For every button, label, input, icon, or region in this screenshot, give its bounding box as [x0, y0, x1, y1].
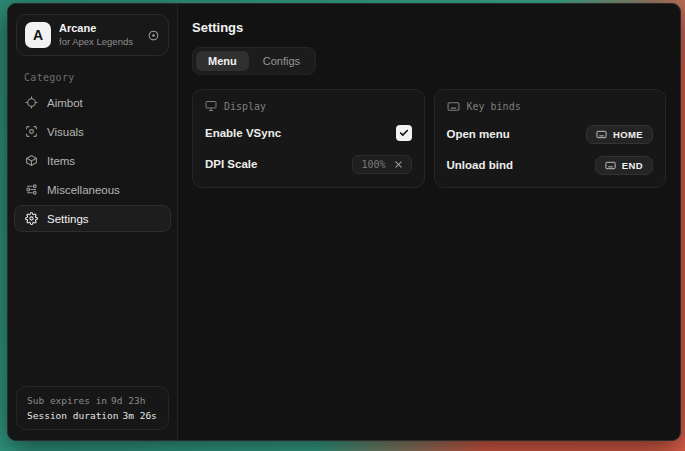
- display-card: Display Enable VSync DPI Scale 100%: [192, 89, 425, 188]
- sidebar-item-items[interactable]: Items: [14, 147, 171, 174]
- sub-expiry-label: Sub expires in: [27, 395, 107, 406]
- cube-icon: [25, 154, 38, 167]
- dpi-scale-value: 100%: [361, 159, 385, 170]
- session-info-card: Sub expires in9d 23h Session duration3m …: [16, 386, 169, 430]
- settings-cards: Display Enable VSync DPI Scale 100%: [192, 89, 666, 188]
- open-menu-key: HOME: [613, 129, 643, 140]
- keyboard-icon: [605, 160, 616, 171]
- keybinds-card-header: Key binds: [447, 100, 654, 113]
- tab-bar: Menu Configs: [192, 47, 316, 75]
- brand-card: A Arcane for Apex Legends: [16, 14, 169, 56]
- keyboard-icon: [596, 129, 607, 140]
- sidebar-item-label: Miscellaneous: [47, 184, 120, 196]
- open-menu-label: Open menu: [447, 128, 510, 140]
- check-icon: [399, 128, 409, 138]
- dpi-label: DPI Scale: [205, 158, 257, 170]
- open-menu-row: Open menu HOME: [447, 124, 654, 144]
- sidebar-item-visuals[interactable]: Visuals: [14, 118, 171, 145]
- unload-keybind-button[interactable]: END: [595, 156, 653, 175]
- unload-key: END: [622, 160, 643, 171]
- display-card-header: Display: [205, 100, 412, 112]
- sidebar-item-label: Settings: [47, 213, 89, 225]
- clear-icon[interactable]: [394, 160, 403, 169]
- sidebar-item-miscellaneous[interactable]: Miscellaneous: [14, 176, 171, 203]
- sidebar-item-aimbot[interactable]: Aimbot: [14, 89, 171, 116]
- category-label: Category: [24, 72, 177, 83]
- dpi-row: DPI Scale 100%: [205, 154, 412, 174]
- keybinds-card-title: Key binds: [467, 101, 521, 112]
- app-title: Arcane: [59, 22, 139, 36]
- sidebar-item-label: Items: [47, 155, 75, 167]
- session-duration-value: 3m 26s: [123, 410, 157, 421]
- keyboard-icon: [447, 100, 460, 113]
- monitor-icon: [205, 100, 217, 112]
- unload-bind-row: Unload bind END: [447, 155, 654, 175]
- gear-icon: [25, 212, 38, 225]
- sliders-icon: [25, 183, 38, 196]
- app-subtitle: for Apex Legends: [59, 36, 139, 48]
- sub-expiry: Sub expires in9d 23h: [27, 395, 158, 406]
- dpi-scale-input[interactable]: 100%: [352, 155, 411, 174]
- target-icon[interactable]: [147, 29, 160, 42]
- sub-expiry-value: 9d 23h: [111, 395, 145, 406]
- eye-scan-icon: [25, 125, 38, 138]
- crosshair-icon: [25, 96, 38, 109]
- session-duration-label: Session duration: [27, 410, 119, 421]
- sidebar-nav: Aimbot Visuals: [8, 89, 177, 232]
- app-logo: A: [25, 22, 51, 48]
- sidebar-item-label: Aimbot: [47, 97, 83, 109]
- tab-configs[interactable]: Configs: [251, 51, 312, 71]
- keybinds-card: Key binds Open menu HOME Unload bin: [434, 89, 667, 188]
- page-title: Settings: [192, 20, 666, 35]
- session-duration: Session duration3m 26s: [27, 410, 158, 421]
- main-content: Settings Menu Configs Display: [178, 4, 680, 440]
- tab-menu[interactable]: Menu: [196, 51, 249, 71]
- vsync-checkbox[interactable]: [396, 125, 412, 141]
- sidebar-item-settings[interactable]: Settings: [14, 205, 171, 232]
- sidebar-item-label: Visuals: [47, 126, 84, 138]
- brand-text: Arcane for Apex Legends: [59, 22, 139, 48]
- vsync-label: Enable VSync: [205, 127, 281, 139]
- open-menu-keybind-button[interactable]: HOME: [586, 125, 653, 144]
- display-card-title: Display: [224, 101, 266, 112]
- vsync-row: Enable VSync: [205, 123, 412, 143]
- app-window: A Arcane for Apex Legends Category: [7, 3, 681, 441]
- sidebar: A Arcane for Apex Legends Category: [8, 4, 178, 440]
- unload-bind-label: Unload bind: [447, 159, 513, 171]
